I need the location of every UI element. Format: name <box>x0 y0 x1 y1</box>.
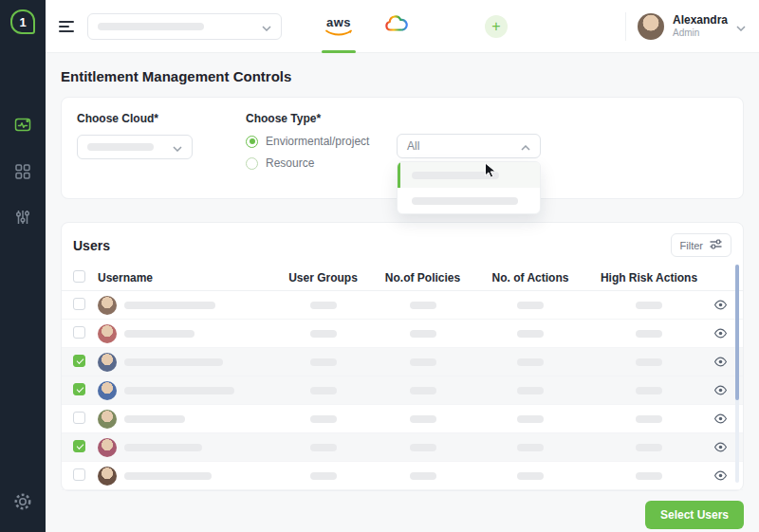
users-title: Users <box>73 238 110 253</box>
gear-icon <box>13 492 32 515</box>
view-user-button[interactable] <box>713 468 728 483</box>
table-row <box>62 462 743 490</box>
radio-resource[interactable]: Resource <box>246 156 369 170</box>
page-title: Entitlement Management Controls <box>61 68 744 84</box>
row-checkbox[interactable] <box>73 298 85 310</box>
type-select[interactable]: All <box>397 134 541 158</box>
user-avatar <box>98 324 117 343</box>
row-checkbox[interactable] <box>73 355 85 367</box>
avatar <box>638 13 664 40</box>
tab-aws[interactable]: aws <box>324 0 354 53</box>
dropdown-option-2[interactable] <box>398 188 540 213</box>
skeleton-placeholder <box>636 472 662 480</box>
table-row <box>62 291 743 320</box>
sidebar-item-entitlements[interactable] <box>13 116 32 138</box>
type-dropdown-menu <box>397 161 541 214</box>
row-checkbox[interactable] <box>73 440 85 452</box>
filter-label: Filter <box>680 240 703 251</box>
skeleton-placeholder <box>124 387 234 394</box>
row-checkbox[interactable] <box>73 383 85 395</box>
skeleton-placeholder <box>636 415 662 423</box>
table-header-row: Username User Groups No.of Policies No. … <box>62 266 743 291</box>
account-select[interactable] <box>87 13 282 40</box>
view-user-button[interactable] <box>713 298 728 312</box>
view-user-button[interactable] <box>713 440 728 454</box>
choose-cloud-label: Choose Cloud* <box>77 112 193 125</box>
skeleton-placeholder <box>636 358 662 366</box>
skeleton-placeholder <box>410 302 436 309</box>
chevron-up-icon <box>521 138 530 155</box>
view-user-button[interactable] <box>713 383 728 397</box>
skeleton-placeholder <box>410 472 436 480</box>
row-checkbox[interactable] <box>73 412 85 424</box>
view-user-button[interactable] <box>713 412 728 426</box>
view-user-button[interactable] <box>713 355 728 369</box>
table-row <box>62 433 743 462</box>
skeleton-placeholder <box>98 23 204 30</box>
radio-label: Enviormental/project <box>266 135 369 148</box>
type-dropdown-wrap: All <box>397 134 541 214</box>
user-menu[interactable]: Alexandra Admin <box>638 13 746 40</box>
sidebar-item-controls[interactable] <box>14 209 31 229</box>
table-row <box>62 348 743 376</box>
skeleton-placeholder <box>310 472 337 480</box>
menu-toggle-icon[interactable] <box>59 21 74 32</box>
skeleton-placeholder <box>636 302 662 309</box>
chevron-down-icon <box>736 18 746 35</box>
radio-icon <box>246 157 258 170</box>
page-content: Entitlement Management Controls Choose C… <box>46 53 759 532</box>
view-user-button[interactable] <box>713 326 728 340</box>
chevron-down-icon <box>262 18 271 35</box>
skeleton-placeholder <box>517 358 544 366</box>
radio-icon <box>246 136 258 148</box>
select-users-button[interactable]: Select Users <box>645 501 744 529</box>
users-table-body <box>62 291 743 490</box>
skeleton-placeholder <box>310 358 337 366</box>
tab-google-cloud[interactable] <box>382 0 411 53</box>
skeleton-placeholder <box>636 330 662 338</box>
user-avatar <box>98 381 117 400</box>
scrollbar[interactable] <box>735 265 739 483</box>
row-checkbox[interactable] <box>73 468 85 481</box>
skeleton-placeholder <box>410 415 436 423</box>
skeleton-placeholder <box>310 387 337 394</box>
sidebar-nav <box>13 116 32 229</box>
skeleton-placeholder <box>517 472 544 480</box>
cloud-tabs: aws <box>324 0 508 53</box>
sidebar-item-settings[interactable] <box>13 492 32 515</box>
monitor-pulse-icon <box>13 116 32 138</box>
user-avatar <box>98 410 117 429</box>
scrollbar-thumb[interactable] <box>735 265 739 400</box>
app-logo[interactable]: 1 <box>10 9 35 34</box>
radio-environmental-project[interactable]: Enviormental/project <box>246 135 369 148</box>
table-row <box>62 376 743 405</box>
sidebar-item-dashboard[interactable] <box>14 163 31 184</box>
filter-button[interactable]: Filter <box>671 233 731 257</box>
skeleton-placeholder <box>636 444 662 451</box>
column-header-high-risk: High Risk Actions <box>588 271 710 284</box>
table-row <box>62 320 743 348</box>
skeleton-placeholder <box>636 387 662 394</box>
user-avatar <box>98 353 117 372</box>
chevron-down-icon <box>173 138 182 156</box>
select-all-checkbox[interactable] <box>73 270 85 283</box>
dropdown-option-1[interactable] <box>398 162 540 188</box>
table-row <box>62 405 743 433</box>
column-header-user-groups: User Groups <box>273 271 373 284</box>
skeleton-placeholder <box>412 172 499 179</box>
google-cloud-icon <box>384 15 409 37</box>
user-avatar <box>98 296 117 315</box>
row-checkbox[interactable] <box>73 326 85 339</box>
users-card: Users Filter Userna <box>61 222 744 491</box>
skeleton-placeholder <box>412 197 518 205</box>
skeleton-placeholder <box>410 358 436 366</box>
column-header-username: Username <box>98 271 273 284</box>
skeleton-placeholder <box>124 330 194 338</box>
add-cloud-button[interactable]: + <box>485 15 508 38</box>
user-avatar <box>98 467 117 486</box>
user-avatar <box>98 438 117 457</box>
divider <box>625 12 626 41</box>
choose-cloud-select[interactable] <box>77 135 193 159</box>
type-select-value: All <box>407 139 419 153</box>
column-header-actions: No. of Actions <box>472 271 588 284</box>
